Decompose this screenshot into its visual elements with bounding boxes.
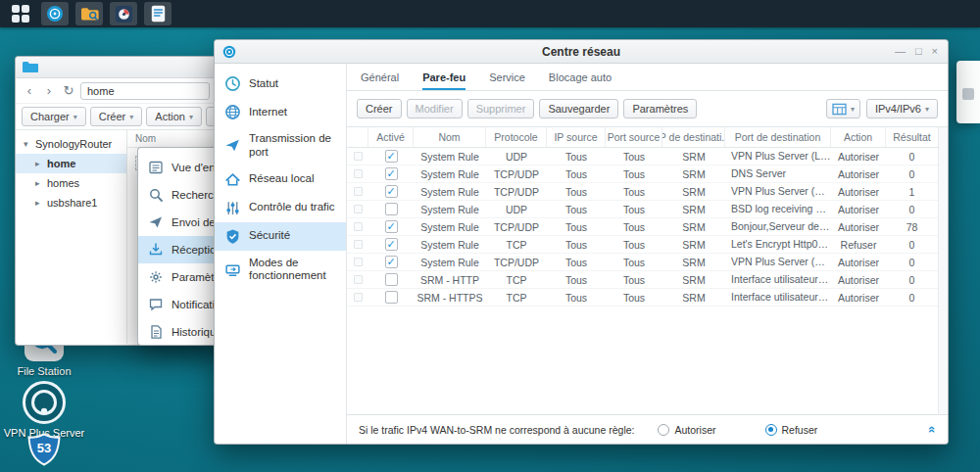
- column-header-handle[interactable]: [347, 127, 368, 147]
- vpn-plus-icon: [23, 381, 66, 424]
- enabled-checkbox[interactable]: [385, 203, 398, 215]
- taskbar-app-main-menu[interactable]: [7, 2, 34, 25]
- expanded-arrow-icon[interactable]: ▾: [24, 139, 31, 149]
- taskbar-app-package-app[interactable]: [110, 2, 137, 25]
- cell-port-source: Tous: [606, 289, 662, 306]
- desktop-icon-dns-server[interactable]: 53: [26, 433, 62, 466]
- radio-refuser[interactable]: Refuser: [765, 424, 818, 436]
- back-button[interactable]: ‹: [22, 84, 37, 97]
- chevron-down-icon: ▾: [851, 105, 855, 114]
- sidebar-item-controle-du-trafic[interactable]: Contrôle du trafic: [215, 194, 346, 222]
- column-header-resultat[interactable]: Résultat: [886, 127, 938, 147]
- table-row[interactable]: SRM - HTTPTCPTousTousSRMInterface utilis…: [347, 271, 938, 289]
- cell-active: [368, 271, 414, 288]
- column-header-active[interactable]: Activé: [368, 127, 414, 147]
- file-station-titlebar[interactable]: [16, 57, 216, 78]
- cell-port-destination: Interface utilisateur de gestion,...: [725, 271, 831, 288]
- network-center-titlebar[interactable]: Centre réseau —□×: [215, 40, 948, 64]
- button-label: Action: [155, 111, 185, 122]
- window-controls: —□×: [895, 46, 938, 57]
- maximize-button[interactable]: □: [915, 46, 922, 57]
- refresh-icon[interactable]: ↻: [61, 84, 76, 97]
- cell-active: ✓: [368, 148, 414, 165]
- taskbar-app-notes[interactable]: [144, 2, 172, 25]
- table-row[interactable]: ✓System RuleUDPTousTousSRMVPN Plus Serve…: [347, 148, 938, 165]
- sidebar-item-reseau-local[interactable]: Réseau local: [215, 165, 346, 194]
- tab-service[interactable]: Service: [489, 71, 525, 90]
- tab-pare-feu[interactable]: Pare-feu: [422, 71, 466, 90]
- minimize-button[interactable]: —: [895, 46, 906, 57]
- firewall-footer: Si le trafic IPv4 WAN-to-SRM ne correspo…: [347, 414, 948, 444]
- button-sauvegarder[interactable]: Sauvegarder: [539, 99, 618, 118]
- partial-window-fragment: [956, 61, 980, 123]
- radio-autoriser[interactable]: Autoriser: [658, 424, 715, 436]
- tree-item-synologyrouter[interactable]: ▾SynologyRouter: [16, 134, 126, 154]
- column-header-action[interactable]: Action: [831, 127, 886, 147]
- folder-icon: [22, 61, 38, 73]
- column-header-protocole[interactable]: Protocole: [486, 127, 547, 147]
- enabled-checkbox[interactable]: ✓: [385, 220, 398, 233]
- table-row[interactable]: ✓System RuleTCPTousTousSRMLet's Encrypt …: [347, 236, 938, 254]
- tab-blocage-auto[interactable]: Blocage auto: [549, 71, 612, 90]
- close-button[interactable]: ×: [932, 46, 938, 57]
- table-row[interactable]: ✓System RuleTCP/UDPTousTousSRMBonjour,Se…: [347, 218, 938, 236]
- collapsed-arrow-icon[interactable]: ▸: [35, 198, 43, 208]
- tree-item-homes[interactable]: ▸homes: [16, 173, 126, 193]
- enabled-checkbox[interactable]: [385, 291, 398, 304]
- table-row[interactable]: SRM - HTTPSTCPTousTousSRMInterface utili…: [347, 289, 938, 307]
- cell-resultat: 0: [886, 201, 938, 217]
- button-modifier[interactable]: Modifier: [407, 99, 463, 118]
- column-header-port-source[interactable]: Port source: [606, 127, 662, 147]
- column-header-ip-source[interactable]: IP source: [547, 127, 606, 147]
- cell-active: ✓: [368, 165, 414, 182]
- collapsed-arrow-icon[interactable]: ▸: [35, 178, 43, 188]
- taskbar-app-file-station[interactable]: [75, 2, 103, 25]
- button-creer[interactable]: Créer: [357, 99, 402, 118]
- fs-button-creer[interactable]: Créer▾: [90, 107, 143, 126]
- cell-port-destination: Let's Encrypt Http01 Challenge: [725, 236, 831, 253]
- sidebar-item-modes-de-fonctionnement[interactable]: Modes de fonctionnement: [215, 251, 346, 290]
- taskbar-app-network-center[interactable]: [41, 2, 69, 25]
- ip-version-select[interactable]: IPv4/IPv6 ▾: [866, 99, 938, 118]
- table-row[interactable]: System RuleUDPTousTousSRMBSD log receivi…: [347, 201, 938, 218]
- radio-icon: [658, 424, 669, 436]
- tab-general[interactable]: Général: [361, 71, 399, 90]
- column-header-nom[interactable]: Nom: [414, 127, 486, 147]
- cell-active: ✓: [368, 236, 414, 253]
- enabled-checkbox[interactable]: ✓: [385, 185, 398, 198]
- column-header-nom[interactable]: Nom: [135, 133, 156, 144]
- table-row[interactable]: ✓System RuleTCP/UDPTousTousSRMDNS Server…: [347, 165, 938, 183]
- sidebar-item-label: Statut: [249, 77, 278, 91]
- fs-button-action[interactable]: Action▾: [146, 107, 202, 126]
- tree-item-home[interactable]: ▸home: [16, 154, 126, 173]
- table-row[interactable]: ✓System RuleTCP/UDPTousTousSRMVPN Plus S…: [347, 254, 938, 271]
- desktop-icon-vpn-plus-server[interactable]: VPN Plus Server: [4, 381, 85, 439]
- forward-button[interactable]: ›: [41, 84, 57, 97]
- fs-button-charger[interactable]: Charger▾: [22, 107, 86, 126]
- collapsed-arrow-icon[interactable]: ▸: [35, 159, 43, 168]
- enabled-checkbox[interactable]: [385, 273, 398, 286]
- cell-resultat: 78: [886, 218, 938, 235]
- view-mode-button[interactable]: ▾: [826, 99, 860, 118]
- address-bar[interactable]: home: [80, 82, 210, 100]
- sidebar-item-transmission-de-port[interactable]: Transmission de port: [215, 126, 346, 165]
- tab-bar: GénéralPare-feuServiceBlocage auto: [347, 64, 948, 91]
- cell-ip-source: Tous: [547, 254, 606, 270]
- sidebar-item-internet[interactable]: Internet: [215, 98, 346, 126]
- column-header-port-de-destination[interactable]: Port de destination: [725, 127, 831, 147]
- column-header-ip-de-destinati[interactable]: IP de destinati...: [662, 127, 725, 147]
- enabled-checkbox[interactable]: ✓: [385, 238, 398, 251]
- sidebar-item-statut[interactable]: Statut: [215, 70, 346, 98]
- security-icon: [224, 228, 241, 245]
- scrollbar[interactable]: [938, 127, 948, 414]
- tree-item-label: usbshare1: [47, 197, 97, 209]
- enabled-checkbox[interactable]: ✓: [385, 256, 398, 268]
- tree-item-usbshare1[interactable]: ▸usbshare1: [16, 193, 126, 212]
- enabled-checkbox[interactable]: ✓: [385, 150, 398, 163]
- button-supprimer[interactable]: Supprimer: [467, 99, 535, 118]
- enabled-checkbox[interactable]: ✓: [385, 167, 398, 180]
- button-parametres[interactable]: Paramètres: [623, 99, 697, 118]
- table-row[interactable]: ✓System RuleTCP/UDPTousTousSRMVPN Plus S…: [347, 183, 938, 201]
- collapse-icon[interactable]: «: [925, 426, 940, 433]
- sidebar-item-securite[interactable]: Sécurité: [215, 222, 346, 251]
